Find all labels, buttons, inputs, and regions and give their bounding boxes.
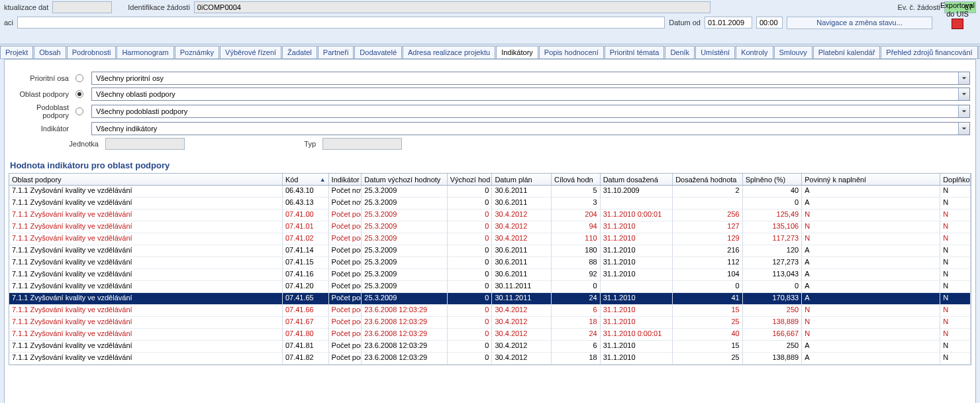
- chevron-down-icon[interactable]: [958, 123, 969, 135]
- cell: 30.4.2012: [492, 353, 552, 365]
- tab-popis-hodnocen-[interactable]: Popis hodnocení: [539, 46, 604, 58]
- column-header[interactable]: Povinný k naplnění: [802, 174, 940, 186]
- cell: 135,106: [743, 221, 803, 233]
- tab-indik-tory[interactable]: Indikátory: [496, 46, 538, 58]
- cell: 250: [743, 305, 803, 317]
- column-header[interactable]: Dosažená hodnota: [673, 174, 743, 186]
- table-row[interactable]: 7.1.1 Zvyšování kvality ve vzdělávání07.…: [9, 305, 971, 317]
- cell: 30.4.2012: [492, 341, 552, 353]
- column-header[interactable]: Oblast podpory: [9, 174, 283, 186]
- cell: 07.41.82: [283, 353, 329, 365]
- table-row[interactable]: 7.1.1 Zvyšování kvality ve vzdělávání07.…: [9, 293, 971, 305]
- tab-smlouvy[interactable]: Smlouvy: [774, 46, 812, 58]
- table-row[interactable]: 7.1.1 Zvyšování kvality ve vzdělávání06.…: [9, 186, 971, 198]
- tab-p-ehled-zdroj-financov-n-[interactable]: Přehled zdrojů financování: [881, 46, 977, 58]
- tab-dodavatel-[interactable]: Dodavatelé: [354, 46, 402, 58]
- cell: 7.1.1 Zvyšování kvality ve vzdělávání: [9, 198, 283, 209]
- combo-prioritni-osa[interactable]: [91, 72, 970, 85]
- cell: Počet pod: [329, 305, 362, 317]
- tab-adresa-realizace-projektu[interactable]: Adresa realizace projektu: [403, 46, 495, 58]
- datum-od-field[interactable]: [705, 17, 752, 29]
- column-header[interactable]: Kód▲: [283, 174, 329, 186]
- table-row[interactable]: 7.1.1 Zvyšování kvality ve vzdělávání07.…: [9, 209, 971, 221]
- tab-v-b-rov-zen-[interactable]: Výběrové řízení: [220, 46, 281, 58]
- cell: 31.10.2009: [601, 186, 673, 198]
- time-field[interactable]: [756, 17, 783, 29]
- combo-oblast[interactable]: [91, 87, 970, 101]
- cell: 170,833: [743, 293, 803, 305]
- cell: N: [940, 353, 971, 365]
- table-row[interactable]: 7.1.1 Zvyšování kvality ve vzdělávání07.…: [9, 317, 971, 329]
- column-header[interactable]: Datum plán: [492, 174, 552, 186]
- cell: 7.1.1 Zvyšování kvality ve vzdělávání: [9, 293, 283, 305]
- search-input[interactable]: [17, 17, 665, 29]
- cell: 25.3.2009: [362, 293, 447, 305]
- tab-prioritn-t-mata[interactable]: Prioritní témata: [605, 46, 665, 58]
- cell: Počet pod: [329, 293, 362, 305]
- table-row[interactable]: 7.1.1 Zvyšování kvality ve vzdělávání07.…: [9, 353, 971, 365]
- column-header[interactable]: Výchozí hod: [448, 174, 493, 186]
- table-row[interactable]: 7.1.1 Zvyšování kvality ve vzdělávání07.…: [9, 281, 971, 293]
- tab--adatel[interactable]: Žadatel: [282, 46, 317, 58]
- column-header[interactable]: Datum dosažená: [601, 174, 673, 186]
- typ-field: [322, 138, 402, 150]
- jednotka-label: Jednotka: [10, 140, 103, 148]
- table-row[interactable]: 7.1.1 Zvyšování kvality ve vzdělávání07.…: [9, 257, 971, 269]
- table-row[interactable]: 7.1.1 Zvyšování kvality ve vzdělávání07.…: [9, 329, 971, 341]
- nav-change-state-button[interactable]: Navigace a změna stavu...: [787, 17, 932, 29]
- cell: 31.1.2010: [601, 353, 673, 365]
- cell: 23.6.2008 12:03:29: [362, 317, 447, 329]
- cell: 166,667: [743, 329, 803, 341]
- chevron-down-icon[interactable]: [958, 72, 969, 84]
- tab-podrobnosti[interactable]: Podrobnosti: [67, 46, 117, 58]
- tab-platebn-kalend-[interactable]: Platební kalendář: [813, 46, 881, 58]
- cell: 138,889: [743, 353, 803, 365]
- table-row[interactable]: 7.1.1 Zvyšování kvality ve vzdělávání07.…: [9, 269, 971, 281]
- combo-podoblast[interactable]: [91, 105, 970, 118]
- tab-obsah[interactable]: Obsah: [34, 46, 66, 58]
- cell: N: [940, 293, 971, 305]
- export-uis-icon[interactable]: [952, 19, 963, 29]
- aktualizace-dat-field[interactable]: [52, 1, 112, 13]
- cell: 30.4.2012: [492, 329, 552, 341]
- combo-indikator[interactable]: [91, 122, 970, 135]
- table-row[interactable]: 7.1.1 Zvyšování kvality ve vzdělávání07.…: [9, 221, 971, 233]
- cell: N: [940, 233, 971, 245]
- chevron-down-icon[interactable]: [958, 88, 969, 100]
- table-row[interactable]: 7.1.1 Zvyšování kvality ve vzdělávání07.…: [9, 245, 971, 257]
- column-header[interactable]: Doplňkový: [940, 174, 971, 186]
- cell: N: [802, 305, 940, 317]
- cell: 7.1.1 Zvyšování kvality ve vzdělávání: [9, 221, 283, 233]
- column-header[interactable]: Datum výchozí hodnoty: [362, 174, 447, 186]
- chevron-down-icon[interactable]: [958, 105, 969, 117]
- table-row[interactable]: 7.1.1 Zvyšování kvality ve vzdělávání06.…: [9, 198, 971, 209]
- tab-partne-i[interactable]: Partneři: [318, 46, 354, 58]
- cell: 0: [448, 329, 493, 341]
- tab-kontroly[interactable]: Kontroly: [736, 46, 773, 58]
- tab-harmonogram[interactable]: Harmonogram: [117, 46, 173, 58]
- column-header[interactable]: Indikátor: [329, 174, 362, 186]
- cell: 7.1.1 Zvyšování kvality ve vzdělávání: [9, 269, 283, 281]
- cell: Počet pod: [329, 245, 362, 257]
- cell: 31.1.2010: [601, 341, 673, 353]
- cell: Počet nov: [329, 186, 362, 198]
- cell: 31.1.2010: [601, 245, 673, 257]
- column-header[interactable]: Splněno (%): [743, 174, 803, 186]
- tab-pozn-mky[interactable]: Poznámky: [175, 46, 219, 58]
- column-header[interactable]: Cílová hodn: [552, 174, 601, 186]
- tab-um-st-n-[interactable]: Umístění: [695, 46, 735, 58]
- tab-projekt[interactable]: Projekt: [0, 46, 33, 58]
- jednotka-field: [105, 138, 185, 150]
- table-row[interactable]: 7.1.1 Zvyšování kvality ve vzdělávání07.…: [9, 341, 971, 353]
- cell: [601, 281, 673, 293]
- table-row[interactable]: 7.1.1 Zvyšování kvality ve vzdělávání07.…: [9, 233, 971, 245]
- radio-oblast[interactable]: [75, 90, 83, 98]
- radio-prioritni-osa[interactable]: [75, 74, 83, 82]
- radio-podoblast[interactable]: [75, 107, 83, 115]
- cell: 25.3.2009: [362, 281, 447, 293]
- cell: 30.6.2011: [492, 269, 552, 281]
- tab-den-k[interactable]: Deník: [665, 46, 695, 58]
- filter-oblast-label: Oblast podpory: [10, 90, 73, 98]
- cell: N: [802, 209, 940, 221]
- cell: 25: [673, 353, 743, 365]
